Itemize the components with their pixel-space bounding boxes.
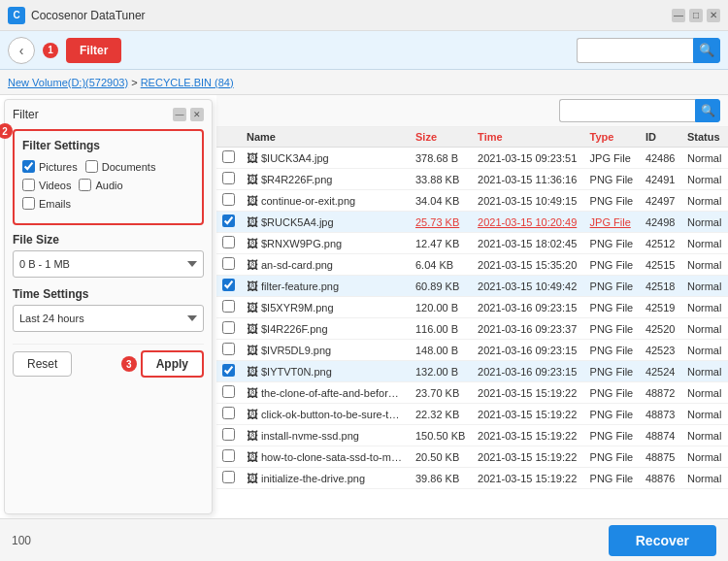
row-checkbox[interactable] (222, 172, 235, 184)
toolbar-search: 🔍 (577, 38, 720, 63)
recover-button[interactable]: Recover (609, 525, 716, 556)
row-checkbox[interactable] (222, 449, 235, 462)
row-check-cell[interactable] (216, 361, 241, 382)
maximize-button[interactable]: □ (689, 9, 703, 22)
reset-button[interactable]: Reset (13, 351, 72, 377)
toolbar-search-input[interactable] (577, 38, 693, 63)
file-icon: 🖼 (247, 344, 258, 357)
row-check-cell[interactable] (216, 233, 241, 254)
row-checkbox[interactable] (222, 364, 235, 377)
videos-checkbox-item[interactable]: Videos (22, 179, 71, 191)
row-checkbox[interactable] (222, 214, 235, 227)
row-check-cell[interactable] (216, 382, 241, 404)
path-volume[interactable]: New Volume(D:)(572903) (8, 77, 128, 88)
emails-checkbox[interactable] (22, 197, 35, 210)
file-name: $IUCK3A4.jpg (261, 152, 329, 164)
row-name-cell: 🖼 initialize-the-drive.png (241, 468, 410, 489)
row-checkbox[interactable] (222, 257, 235, 270)
row-checkbox[interactable] (222, 428, 235, 441)
pictures-checkbox-item[interactable]: Pictures (22, 160, 78, 173)
step3-badge: 3 (121, 356, 137, 372)
table-row: 🖼 continue-or-exit.png 34.04 KB 2021-03-… (216, 190, 728, 212)
row-checkbox[interactable] (222, 471, 235, 483)
col-type[interactable]: Type (584, 127, 640, 148)
row-status-cell: Normal (681, 468, 728, 489)
row-time-cell: 2021-03-15 15:19:22 (472, 446, 583, 468)
path-folder[interactable]: RECYCLE.BIN (84) (141, 77, 234, 88)
apply-button[interactable]: Apply (141, 350, 204, 378)
row-check-cell[interactable] (216, 318, 241, 340)
documents-checkbox-item[interactable]: Documents (85, 160, 156, 173)
row-check-cell[interactable] (216, 212, 241, 233)
row-checkbox[interactable] (222, 150, 235, 163)
row-checkbox[interactable] (222, 193, 235, 206)
audio-checkbox-item[interactable]: Audio (79, 179, 122, 191)
app-icon: C (8, 7, 25, 24)
time-settings-select[interactable]: Last 24 hours Last 7 days Last 30 days A… (13, 305, 204, 332)
minimize-button[interactable]: — (672, 9, 685, 22)
row-checkbox[interactable] (222, 385, 235, 398)
file-name: an-sd-card.png (261, 259, 333, 271)
row-size-cell: 120.00 B (410, 297, 472, 318)
table-row: 🖼 $RUCK5A4.jpg 25.73 KB 2021-03-15 10:20… (216, 212, 728, 233)
col-time[interactable]: Time (472, 127, 583, 148)
row-check-cell[interactable] (216, 446, 241, 468)
row-id-cell: 42520 (640, 318, 681, 340)
row-type-cell: PNG File (584, 190, 640, 212)
close-button[interactable]: ✕ (707, 9, 720, 22)
row-check-cell[interactable] (216, 276, 241, 297)
row-checkbox[interactable] (222, 321, 235, 334)
audio-checkbox[interactable] (79, 179, 91, 191)
table-row: 🖼 initialize-the-drive.png 39.86 KB 2021… (216, 468, 728, 489)
row-check-cell[interactable] (216, 404, 241, 425)
row-check-cell[interactable] (216, 297, 241, 318)
file-filter-search-button[interactable]: 🔍 (695, 99, 720, 122)
row-check-cell[interactable] (216, 340, 241, 361)
file-icon: 🖼 (247, 450, 258, 464)
pictures-checkbox[interactable] (22, 160, 35, 173)
filter-panel-close[interactable]: ✕ (190, 108, 204, 121)
row-check-cell[interactable] (216, 148, 241, 169)
filter-settings-label: Filter Settings (22, 139, 194, 152)
videos-checkbox[interactable] (22, 179, 35, 191)
row-id-cell: 42491 (640, 169, 681, 190)
filter-panel-minimize[interactable]: — (173, 108, 186, 121)
toolbar-search-button[interactable]: 🔍 (693, 38, 720, 63)
table-row: 🖼 how-to-clone-sata-ssd-to-m.2-nvme.p 20… (216, 446, 728, 468)
col-id[interactable]: ID (640, 127, 681, 148)
table-row: 🖼 $IVR5DL9.png 148.00 B 2021-03-16 09:23… (216, 340, 728, 361)
row-checkbox[interactable] (222, 236, 235, 248)
row-id-cell: 42524 (640, 361, 681, 382)
row-size-cell: 33.88 KB (410, 169, 472, 190)
filter-panel-controls: — ✕ (173, 108, 204, 121)
row-check-cell[interactable] (216, 169, 241, 190)
back-button[interactable]: ‹ (8, 37, 35, 64)
row-check-cell[interactable] (216, 468, 241, 489)
row-type-cell: PNG File (584, 468, 640, 489)
time-settings-label: Time Settings (13, 287, 204, 301)
row-type-cell: PNG File (584, 446, 640, 468)
documents-checkbox[interactable] (85, 160, 98, 173)
row-checkbox[interactable] (222, 343, 235, 355)
col-status[interactable]: Status (681, 127, 728, 148)
row-checkbox[interactable] (222, 407, 235, 419)
row-name-cell: 🖼 $RUCK5A4.jpg (241, 212, 410, 233)
row-checkbox[interactable] (222, 279, 235, 291)
checkbox-row-1: Pictures Documents (22, 160, 194, 173)
row-name-cell: 🖼 install-nvme-ssd.png (241, 425, 410, 446)
emails-label: Emails (39, 198, 71, 210)
file-filter-input[interactable] (559, 99, 695, 122)
row-time-cell: 2021-03-16 09:23:37 (472, 318, 583, 340)
row-check-cell[interactable] (216, 425, 241, 446)
file-size-select[interactable]: 0 B - 1 MB 1 MB - 10 MB 10 MB - 100 MB 1… (13, 250, 204, 278)
col-name[interactable]: Name (241, 127, 410, 148)
row-checkbox[interactable] (222, 300, 235, 313)
row-name-cell: 🖼 $R4R226F.png (241, 169, 410, 190)
emails-checkbox-item[interactable]: Emails (22, 197, 71, 210)
row-check-cell[interactable] (216, 190, 241, 212)
file-name: how-to-clone-sata-ssd-to-m.2-nvme.p (261, 451, 402, 463)
filter-button[interactable]: Filter (66, 38, 121, 63)
file-table[interactable]: Name Size Time Type ID Status 🖼 $IUCK3 (216, 127, 728, 518)
row-check-cell[interactable] (216, 254, 241, 276)
col-size[interactable]: Size (410, 127, 472, 148)
